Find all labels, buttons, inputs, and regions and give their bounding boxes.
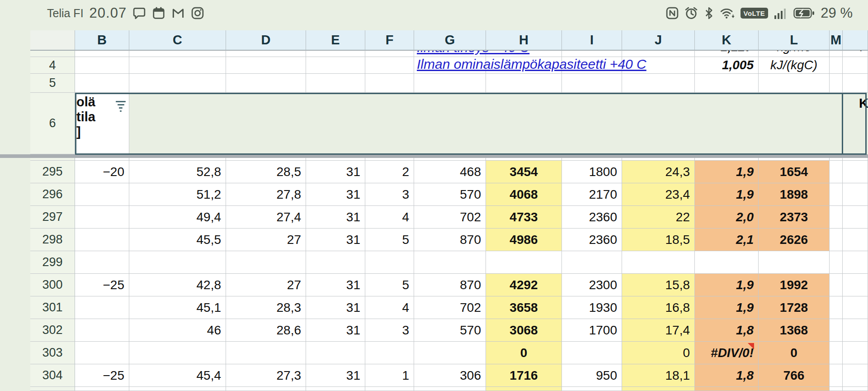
- cell-N297[interactable]: [843, 206, 868, 229]
- cell-C302[interactable]: 46: [129, 319, 226, 342]
- cell-F295[interactable]: 2: [365, 161, 414, 183]
- cell-J5[interactable]: [622, 74, 695, 93]
- cell-E4[interactable]: [306, 57, 365, 74]
- cell-D297[interactable]: 27,4: [226, 206, 306, 229]
- cell-E298[interactable]: 31: [306, 229, 365, 251]
- cell-L298[interactable]: 2626: [759, 229, 830, 251]
- cell-K300[interactable]: 1,9: [695, 274, 759, 296]
- cell-N304[interactable]: [843, 364, 868, 387]
- cell-M302[interactable]: [830, 319, 843, 342]
- row-header-304[interactable]: 304: [30, 364, 75, 387]
- cell-L305-partial[interactable]: [759, 387, 830, 391]
- cell-D304[interactable]: 27,3: [226, 364, 306, 387]
- cell-K295[interactable]: 1,9: [695, 161, 759, 183]
- cell-F305-partial[interactable]: [365, 387, 414, 391]
- cell-E300[interactable]: 31: [306, 274, 365, 296]
- row-header-300[interactable]: 300: [30, 274, 75, 296]
- cell-F299[interactable]: [365, 251, 414, 274]
- cell-J298[interactable]: 18,5: [622, 229, 695, 251]
- row-header-303[interactable]: 303: [30, 342, 75, 364]
- cell-H296[interactable]: 4068: [486, 183, 562, 206]
- cell-H298[interactable]: 4986: [486, 229, 562, 251]
- cell-C296[interactable]: 51,2: [129, 183, 226, 206]
- cell-M296[interactable]: [830, 183, 843, 206]
- cell-K298[interactable]: 2,1: [695, 229, 759, 251]
- column-header-right-edge[interactable]: [843, 30, 868, 51]
- cell-D299[interactable]: [226, 251, 306, 274]
- row-header-3[interactable]: [30, 51, 75, 57]
- cell-B305-partial[interactable]: [75, 387, 129, 391]
- row-header-297[interactable]: 297: [30, 206, 75, 229]
- cell-G297[interactable]: 702: [414, 206, 486, 229]
- cell-E302[interactable]: 31: [306, 319, 365, 342]
- cell-F4[interactable]: [365, 57, 414, 74]
- cell-H305-partial[interactable]: [486, 387, 562, 391]
- column-header-K[interactable]: K: [695, 30, 759, 51]
- cell-F296[interactable]: 3: [365, 183, 414, 206]
- cell-B3[interactable]: [75, 51, 129, 57]
- cell-K5[interactable]: [695, 74, 759, 93]
- cell-D301[interactable]: 28,3: [226, 296, 306, 319]
- cell-M297[interactable]: [830, 206, 843, 229]
- cell-I296[interactable]: 2170: [562, 183, 622, 206]
- cell-M5[interactable]: [830, 74, 843, 93]
- cell-D300[interactable]: 27: [226, 274, 306, 296]
- cell-D298[interactable]: 27: [226, 229, 306, 251]
- cell-G296[interactable]: 570: [414, 183, 486, 206]
- cell-L5[interactable]: [759, 74, 830, 93]
- cell-N295[interactable]: [843, 161, 868, 183]
- cell-J297[interactable]: 22: [622, 206, 695, 229]
- cell-K3-partial[interactable]: 1,127: [695, 51, 752, 54]
- cell-B295[interactable]: −20: [75, 161, 129, 183]
- cell-B298[interactable]: [75, 229, 129, 251]
- cell-M303[interactable]: [830, 342, 843, 364]
- cell-L304[interactable]: 766: [759, 364, 830, 387]
- cell-M305-partial[interactable]: [830, 387, 843, 391]
- cell-K4[interactable]: 1,005: [695, 57, 759, 74]
- cell-M299[interactable]: [830, 251, 843, 274]
- cell-G302[interactable]: 570: [414, 319, 486, 342]
- cell-H303[interactable]: 0: [486, 342, 562, 364]
- cell-L302[interactable]: 1368: [759, 319, 830, 342]
- cell-D296[interactable]: 27,8: [226, 183, 306, 206]
- cell-B297[interactable]: [75, 206, 129, 229]
- cell-B296[interactable]: [75, 183, 129, 206]
- cell-D3[interactable]: [226, 51, 306, 57]
- row-header-4[interactable]: 4: [30, 57, 75, 74]
- cell-J305-partial[interactable]: [622, 387, 695, 391]
- cell-H301[interactable]: 3658: [486, 296, 562, 319]
- cell-J304[interactable]: 18,1: [622, 364, 695, 387]
- column-header-J[interactable]: J: [622, 30, 695, 51]
- cell-F5[interactable]: [365, 74, 414, 93]
- column-header-H[interactable]: H: [486, 30, 562, 51]
- cell-L296[interactable]: 1898: [759, 183, 830, 206]
- cell-I5[interactable]: [562, 74, 622, 93]
- cell-C304[interactable]: 45,4: [129, 364, 226, 387]
- cell-G305-partial[interactable]: [414, 387, 486, 391]
- cell-G5[interactable]: [414, 74, 486, 93]
- cell-F297[interactable]: 4: [365, 206, 414, 229]
- cell-L297[interactable]: 2373: [759, 206, 830, 229]
- cell-L299[interactable]: [759, 251, 830, 274]
- column-header-D[interactable]: D: [226, 30, 306, 51]
- cell-K304[interactable]: 1,8: [695, 364, 759, 387]
- cell-N300[interactable]: [843, 274, 868, 296]
- cell-J301[interactable]: 16,8: [622, 296, 695, 319]
- cell-N5[interactable]: [843, 74, 868, 93]
- corner-cell[interactable]: [30, 30, 75, 51]
- cell-K301[interactable]: 1,9: [695, 296, 759, 319]
- cell-C305-partial[interactable]: [129, 387, 226, 391]
- cell-C300[interactable]: 42,8: [129, 274, 226, 296]
- cell-I300[interactable]: 2300: [562, 274, 622, 296]
- cell-G303[interactable]: [414, 342, 486, 364]
- cell-G295[interactable]: 468: [414, 161, 486, 183]
- cell-I298[interactable]: 2360: [562, 229, 622, 251]
- row-header-298[interactable]: 298: [30, 229, 75, 251]
- cell-M4[interactable]: [830, 57, 843, 74]
- cell-I295[interactable]: 1800: [562, 161, 622, 183]
- cell-L300[interactable]: 1992: [759, 274, 830, 296]
- cell-E301[interactable]: 31: [306, 296, 365, 319]
- cell-G300[interactable]: 870: [414, 274, 486, 296]
- cell-C297[interactable]: 49,4: [129, 206, 226, 229]
- cell-B303[interactable]: [75, 342, 129, 364]
